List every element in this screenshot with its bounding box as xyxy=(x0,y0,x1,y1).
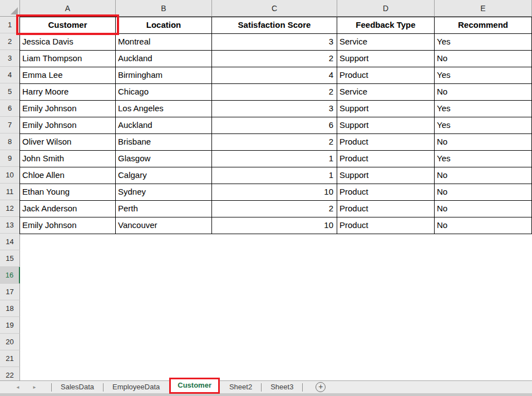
cell-c13[interactable]: 10 xyxy=(212,217,337,234)
cell-c11[interactable]: 10 xyxy=(212,184,337,201)
cell-b6[interactable]: Los Angeles xyxy=(116,101,212,117)
column-header-b[interactable]: B xyxy=(116,0,212,17)
sheet-tab-sheet2[interactable]: Sheet2 xyxy=(221,381,260,393)
column-header-e[interactable]: E xyxy=(435,0,532,17)
row-header-13[interactable]: 13 xyxy=(0,217,20,234)
cell-b7[interactable]: Auckland xyxy=(116,117,212,134)
row-header-9[interactable]: 9 xyxy=(0,150,20,167)
cell-c6[interactable]: 3 xyxy=(212,101,337,117)
cell-b5[interactable]: Chicago xyxy=(116,84,212,101)
row-header-7[interactable]: 7 xyxy=(0,117,20,133)
header-cell-satisfaction-score[interactable]: Satisfaction Score xyxy=(212,17,337,34)
sheet-tab-employeedata[interactable]: EmployeeData xyxy=(104,381,168,393)
cell-b12[interactable]: Perth xyxy=(116,201,212,217)
cell-c5[interactable]: 2 xyxy=(212,84,337,101)
cell-c2[interactable]: 3 xyxy=(212,34,337,51)
cell-e10[interactable]: No xyxy=(435,167,532,184)
cell-c10[interactable]: 1 xyxy=(212,167,337,184)
cell-d12[interactable]: Product xyxy=(337,201,435,217)
cell-e12[interactable]: No xyxy=(435,201,532,217)
cell-d2[interactable]: Service xyxy=(337,34,435,51)
column-header-d[interactable]: D xyxy=(337,0,435,17)
row-header-3[interactable]: 3 xyxy=(0,50,20,67)
cell-e9[interactable]: Yes xyxy=(435,151,532,167)
row-header-12[interactable]: 12 xyxy=(0,200,20,217)
cell-a5[interactable]: Harry Moore xyxy=(20,84,116,101)
cell-b3[interactable]: Auckland xyxy=(116,51,212,67)
cell-e3[interactable]: No xyxy=(435,51,532,67)
row-header-11[interactable]: 11 xyxy=(0,184,20,200)
cell-c8[interactable]: 2 xyxy=(212,134,337,151)
cell-a7[interactable]: Emily Johnson xyxy=(20,117,116,134)
row-header-20[interactable]: 20 xyxy=(0,334,20,350)
cell-d5[interactable]: Service xyxy=(337,84,435,101)
cell-b4[interactable]: Birmingham xyxy=(116,67,212,84)
cell-e8[interactable]: No xyxy=(435,134,532,151)
sheet-tab-sheet3[interactable]: Sheet3 xyxy=(262,381,302,393)
cell-b10[interactable]: Calgary xyxy=(116,167,212,184)
cell-a3[interactable]: Liam Thompson xyxy=(20,51,116,67)
cell-e11[interactable]: No xyxy=(435,184,532,201)
header-cell-feedback-type[interactable]: Feedback Type xyxy=(337,17,435,34)
cell-d9[interactable]: Product xyxy=(337,151,435,167)
column-header-c[interactable]: C xyxy=(212,0,337,17)
cell-d7[interactable]: Support xyxy=(337,117,435,134)
cell-a8[interactable]: Oliver Wilson xyxy=(20,134,116,151)
cell-b2[interactable]: Montreal xyxy=(116,34,212,51)
cell-a6[interactable]: Emily Johnson xyxy=(20,101,116,117)
row-header-16[interactable]: 16 xyxy=(0,267,20,284)
select-all-corner[interactable] xyxy=(0,0,20,17)
cell-a11[interactable]: Ethan Young xyxy=(20,184,116,201)
cell-c3[interactable]: 2 xyxy=(212,51,337,67)
column-header-a[interactable]: A xyxy=(20,0,116,17)
cell-c7[interactable]: 6 xyxy=(212,117,337,134)
row-header-19[interactable]: 19 xyxy=(0,317,20,334)
cell-e7[interactable]: Yes xyxy=(435,117,532,134)
cell-d6[interactable]: Support xyxy=(337,101,435,117)
sheet-tab-salesdata[interactable]: SalesData xyxy=(52,381,102,393)
row-header-5[interactable]: 5 xyxy=(0,83,20,100)
cell-d10[interactable]: Support xyxy=(337,167,435,184)
row-header-1[interactable]: 1 xyxy=(0,17,20,33)
cell-a9[interactable]: John Smith xyxy=(20,151,116,167)
cell-b11[interactable]: Sydney xyxy=(116,184,212,201)
cell-b8[interactable]: Brisbane xyxy=(116,134,212,151)
sheet-canvas[interactable]: CustomerLocationSatisfaction ScoreFeedba… xyxy=(20,17,532,380)
cell-a4[interactable]: Emma Lee xyxy=(20,67,116,84)
new-sheet-button[interactable]: + xyxy=(316,382,326,392)
header-cell-recommend[interactable]: Recommend xyxy=(435,17,532,34)
cell-a12[interactable]: Jack Anderson xyxy=(20,201,116,217)
row-header-15[interactable]: 15 xyxy=(0,250,20,267)
tab-nav-left-icon[interactable]: ◄ xyxy=(14,385,21,390)
cell-d13[interactable]: Product xyxy=(337,217,435,234)
cell-b9[interactable]: Glasgow xyxy=(116,151,212,167)
row-header-22[interactable]: 22 xyxy=(0,367,20,380)
row-header-14[interactable]: 14 xyxy=(0,234,20,250)
row-header-18[interactable]: 18 xyxy=(0,300,20,317)
header-cell-location[interactable]: Location xyxy=(116,17,212,34)
header-cell-customer[interactable]: Customer xyxy=(20,17,116,34)
row-header-8[interactable]: 8 xyxy=(0,133,20,150)
cell-e6[interactable]: Yes xyxy=(435,101,532,117)
cell-e13[interactable]: No xyxy=(435,217,532,234)
cell-d8[interactable]: Product xyxy=(337,134,435,151)
cell-c4[interactable]: 4 xyxy=(212,67,337,84)
cell-a2[interactable]: Jessica Davis xyxy=(20,34,116,51)
cell-e4[interactable]: Yes xyxy=(435,67,532,84)
tab-nav-right-icon[interactable]: ► xyxy=(31,385,38,390)
sheet-tab-customer[interactable]: Customer xyxy=(171,379,218,392)
cell-a13[interactable]: Emily Johnson xyxy=(20,217,116,234)
cell-d4[interactable]: Product xyxy=(337,67,435,84)
cell-c12[interactable]: 2 xyxy=(212,201,337,217)
cell-d3[interactable]: Support xyxy=(337,51,435,67)
cell-b13[interactable]: Vancouver xyxy=(116,217,212,234)
row-header-10[interactable]: 10 xyxy=(0,167,20,184)
cell-a10[interactable]: Chloe Allen xyxy=(20,167,116,184)
row-header-2[interactable]: 2 xyxy=(0,33,20,50)
cell-e2[interactable]: Yes xyxy=(435,34,532,51)
row-header-21[interactable]: 21 xyxy=(0,350,20,367)
row-header-17[interactable]: 17 xyxy=(0,284,20,300)
row-header-4[interactable]: 4 xyxy=(0,67,20,83)
cell-d11[interactable]: Product xyxy=(337,184,435,201)
cell-e5[interactable]: No xyxy=(435,84,532,101)
